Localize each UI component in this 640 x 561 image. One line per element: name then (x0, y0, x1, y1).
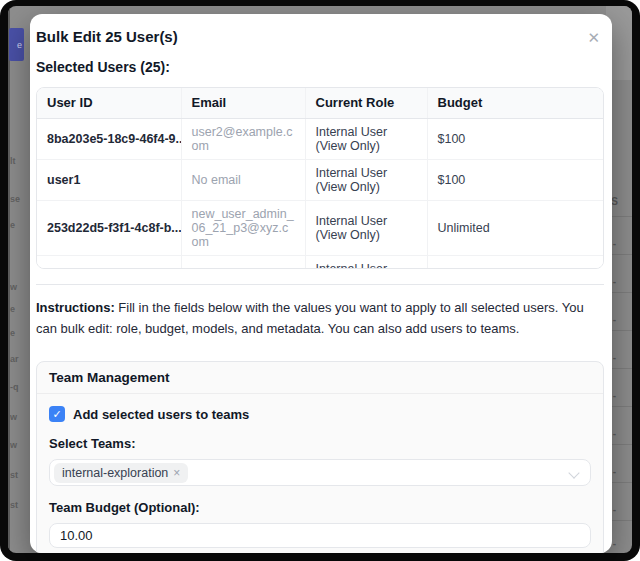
checkmark-icon: ✓ (52, 408, 61, 420)
table-row: 253d22d5-f3f1-4c8f-b... new_user_admin_0… (37, 200, 603, 255)
chevron-down-icon (568, 467, 579, 478)
selected-users-table-container[interactable]: User ID Email Current Role Budget 8ba203… (36, 87, 604, 269)
team-tag-remove-icon[interactable]: × (173, 466, 180, 480)
selected-users-table: User ID Email Current Role Budget 8ba203… (37, 88, 603, 269)
team-tag: internal-exploration × (54, 463, 188, 483)
cell-email: user2@example.com (181, 118, 305, 159)
instructions-text: Instructions: Fill in the fields below w… (36, 297, 604, 339)
team-tag-label: internal-exploration (62, 466, 168, 480)
cell-current-role: Internal User (View Only) (305, 255, 427, 269)
close-icon: ✕ (587, 29, 600, 46)
section-divider (36, 284, 604, 285)
cell-current-role: Internal User (View Only) (305, 118, 427, 159)
screen-frame: e SS ltseeweear-qwwstst--------- Bulk Ed… (0, 0, 640, 561)
close-button[interactable]: ✕ (583, 28, 604, 47)
cell-email: inter (181, 255, 305, 269)
cell-budget: Unlimited (427, 255, 603, 269)
col-header-budget: Budget (427, 88, 603, 118)
table-row: 8ba203e5-18c9-46f4-9... user2@example.co… (37, 118, 603, 159)
modal-header: Bulk Edit 25 User(s) ✕ (36, 24, 604, 47)
cell-user-id: 5dbd2335-cdd6-47ca-b... (37, 255, 181, 269)
cell-current-role: Internal User (View Only) (305, 200, 427, 255)
team-management-title: Team Management (37, 362, 603, 394)
add-users-to-teams-row: ✓ Add selected users to teams (49, 406, 591, 422)
cell-email: No email (181, 159, 305, 200)
cell-user-id: 253d22d5-f3f1-4c8f-b... (37, 200, 181, 255)
col-header-email: Email (181, 88, 305, 118)
cell-budget: Unlimited (427, 200, 603, 255)
selected-users-label: Selected Users (25): (36, 59, 604, 75)
cell-user-id: user1 (37, 159, 181, 200)
select-teams-label: Select Teams: (49, 436, 591, 451)
col-header-current-role: Current Role (305, 88, 427, 118)
team-management-panel: Team Management ✓ Add selected users to … (36, 361, 604, 553)
cell-budget: $100 (427, 159, 603, 200)
bulk-edit-modal: Bulk Edit 25 User(s) ✕ Selected Users (2… (30, 14, 612, 553)
team-management-body: ✓ Add selected users to teams Select Tea… (37, 394, 603, 553)
team-budget-label: Team Budget (Optional): (49, 500, 591, 515)
instructions-label: Instructions: (36, 300, 115, 315)
cell-current-role: Internal User (View Only) (305, 159, 427, 200)
background-sidebar-active-item: e (9, 28, 24, 61)
modal-title: Bulk Edit 25 User(s) (36, 28, 178, 45)
cell-budget: $100 (427, 118, 603, 159)
table-row: 5dbd2335-cdd6-47ca-b... inter Internal U… (37, 255, 603, 269)
cell-email: new_user_admin_06_21_p3@xyz.com (181, 200, 305, 255)
table-header-row: User ID Email Current Role Budget (37, 88, 603, 118)
table-row: user1 No email Internal User (View Only)… (37, 159, 603, 200)
team-budget-input[interactable] (49, 523, 591, 548)
col-header-user-id: User ID (37, 88, 181, 118)
cell-user-id: 8ba203e5-18c9-46f4-9... (37, 118, 181, 159)
add-users-to-teams-checkbox[interactable]: ✓ (49, 406, 65, 422)
select-teams-input[interactable]: internal-exploration × (49, 459, 591, 486)
add-users-to-teams-label: Add selected users to teams (73, 407, 249, 422)
